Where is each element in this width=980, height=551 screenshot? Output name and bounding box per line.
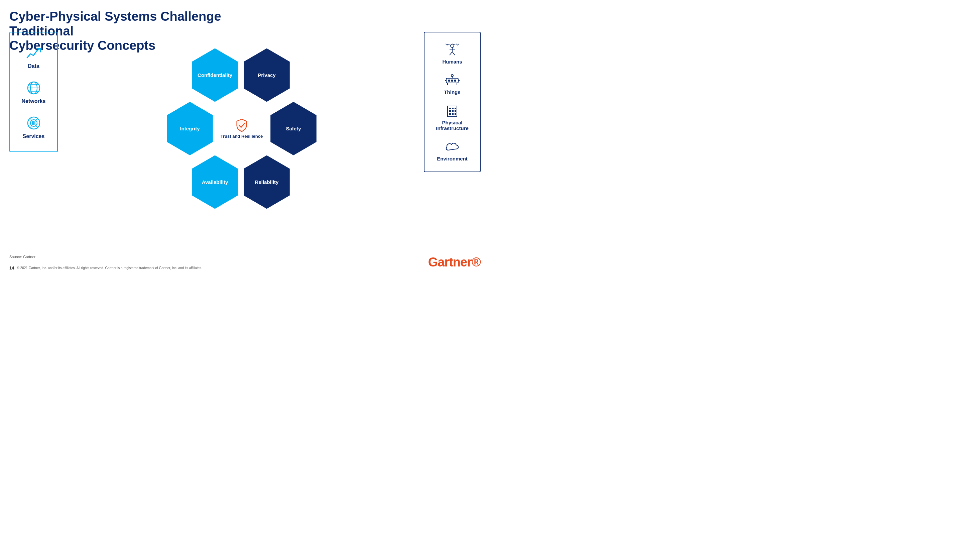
reliability-label: Reliability (252, 176, 282, 189)
svg-line-18 (445, 44, 447, 45)
svg-rect-25 (454, 80, 456, 81)
building-icon (445, 104, 460, 118)
environment-label: Environment (437, 156, 468, 161)
hex-trust-resilience: Trust and Resilience (215, 102, 269, 156)
availability-label: Availability (199, 176, 232, 189)
hex-integrity: Integrity (163, 102, 216, 156)
svg-point-29 (451, 75, 453, 76)
things-icon (445, 73, 460, 88)
left-item-data: Data (25, 45, 42, 69)
safety-label: Safety (282, 123, 304, 135)
svg-rect-24 (451, 80, 453, 81)
left-item-networks: Networks (21, 80, 45, 104)
trust-resilience-label: Trust and Resilience (221, 134, 263, 139)
svg-line-21 (458, 44, 459, 45)
left-panel: Data Networks Services (10, 32, 58, 152)
svg-rect-33 (449, 108, 451, 109)
physical-label: Physical Infrastructure (428, 120, 477, 131)
integrity-label: Integrity (177, 123, 203, 135)
svg-rect-37 (452, 110, 453, 112)
cloud-icon (445, 139, 460, 154)
page-number: 14 (10, 266, 14, 271)
source-text: Source: Gartner (10, 255, 35, 259)
left-item-services: Services (23, 115, 45, 139)
chart-icon (25, 45, 42, 61)
svg-point-11 (450, 44, 454, 48)
svg-rect-34 (452, 108, 453, 109)
svg-rect-39 (449, 113, 451, 115)
humans-icon (445, 43, 460, 57)
confidentiality-label: Confidentiality (194, 69, 235, 81)
svg-rect-38 (455, 110, 456, 112)
hex-reliability: Reliability (240, 156, 293, 209)
hex-confidentiality: Confidentiality (188, 48, 242, 102)
svg-rect-35 (455, 108, 456, 109)
honeycomb-diagram: Confidentiality Privacy Integrity Trust … (73, 25, 413, 245)
hex-privacy: Privacy (240, 48, 293, 102)
services-label: Services (23, 134, 45, 139)
privacy-label: Privacy (255, 69, 279, 81)
humans-label: Humans (442, 59, 462, 65)
svg-line-14 (452, 52, 455, 55)
hex-safety: Safety (267, 102, 320, 156)
logo-dot: ® (472, 255, 480, 269)
right-item-physical: Physical Infrastructure (428, 104, 477, 131)
copyright-text: © 2021 Gartner, Inc. and/or its affiliat… (17, 266, 202, 270)
svg-rect-40 (452, 113, 453, 115)
data-label: Data (28, 63, 40, 69)
shield-icon (235, 118, 249, 132)
right-item-things: Things (444, 73, 460, 95)
svg-rect-23 (448, 80, 450, 81)
networks-label: Networks (21, 98, 45, 104)
gartner-logo: Gartner® (428, 255, 480, 269)
svg-line-13 (450, 52, 452, 55)
network-icon (25, 80, 42, 96)
things-label: Things (444, 89, 460, 95)
footer-bar: 14 © 2021 Gartner, Inc. and/or its affil… (10, 266, 480, 271)
hex-grid: Confidentiality Privacy Integrity Trust … (136, 38, 350, 233)
right-item-environment: Environment (437, 139, 468, 161)
svg-line-20 (456, 44, 458, 45)
right-item-humans: Humans (442, 43, 462, 65)
svg-rect-41 (455, 113, 456, 115)
hex-availability: Availability (188, 156, 242, 209)
svg-rect-36 (449, 110, 451, 112)
globe-icon (25, 115, 42, 131)
svg-line-19 (447, 44, 448, 45)
right-panel: Humans Things (424, 32, 480, 172)
